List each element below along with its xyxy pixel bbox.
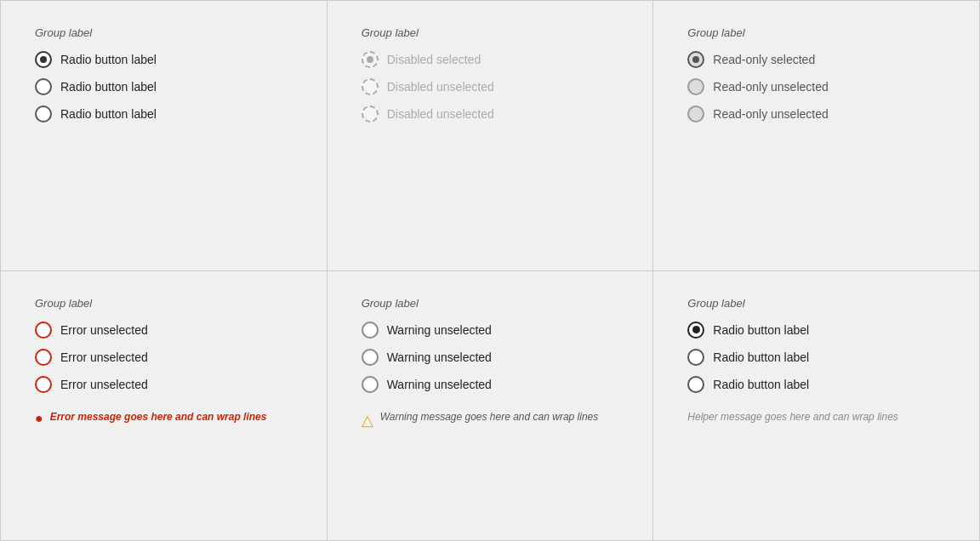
radio-item[interactable]: Radio button label — [687, 349, 945, 366]
radio-label: Radio button label — [60, 80, 157, 94]
radio-item-warning[interactable]: Warning unselected — [362, 349, 619, 366]
warning-message-text: Warning message goes here and can wrap l… — [380, 410, 599, 424]
cell-warning: Group label Warning unselected Warning u… — [328, 271, 654, 542]
radio-item-warning[interactable]: Warning unselected — [362, 376, 619, 393]
group-label-3: Group label — [687, 26, 945, 39]
radio-item[interactable]: Radio button label — [35, 51, 293, 68]
radio-normal-unselected-icon[interactable] — [687, 349, 704, 366]
radio-error-unselected-icon[interactable] — [35, 376, 52, 393]
radio-label: Radio button label — [60, 53, 157, 66]
radio-label-warning: Warning unselected — [387, 350, 492, 364]
radio-readonly-selected-icon — [687, 51, 704, 68]
radio-item[interactable]: Radio button label — [687, 322, 945, 339]
radio-normal-unselected-icon[interactable] — [687, 376, 704, 393]
warning-message-row: △ Warning message goes here and can wrap… — [362, 410, 619, 430]
radio-item-readonly: Read-only selected — [687, 51, 945, 68]
radio-item-error[interactable]: Error unselected — [35, 349, 293, 366]
radio-item-error[interactable]: Error unselected — [35, 322, 293, 339]
radio-item[interactable]: Radio button label — [35, 78, 293, 95]
radio-disabled-selected-icon — [362, 51, 379, 68]
radio-readonly-unselected-icon — [687, 78, 704, 95]
radio-label: Radio button label — [713, 378, 809, 391]
cell-error: Group label Error unselected Error unsel… — [1, 271, 328, 542]
radio-warning-unselected-icon[interactable] — [362, 376, 379, 393]
radio-label-warning: Warning unselected — [387, 378, 492, 391]
radio-normal-unselected-icon[interactable] — [35, 78, 52, 95]
radio-error-unselected-icon[interactable] — [35, 322, 52, 339]
helper-message-text: Helper message goes here and can wrap li… — [687, 410, 897, 424]
cell-readonly: Group label Read-only selected Read-only… — [653, 1, 980, 271]
radio-label: Radio button label — [713, 350, 809, 364]
radio-item-warning[interactable]: Warning unselected — [362, 322, 619, 339]
cell-normal: Group label Radio button label Radio but… — [1, 1, 328, 271]
radio-item-disabled: Disabled unselected — [362, 78, 619, 95]
radio-item[interactable]: Radio button label — [687, 376, 945, 393]
helper-message-row: Helper message goes here and can wrap li… — [687, 410, 945, 424]
radio-label-error: Error unselected — [60, 323, 148, 337]
radio-item-readonly: Read-only unselected — [687, 78, 945, 95]
radio-disabled-unselected-icon — [362, 105, 379, 122]
radio-normal-selected-dark-icon[interactable] — [687, 322, 704, 339]
group-label-5: Group label — [362, 297, 619, 310]
radio-label-disabled: Disabled unselected — [387, 107, 494, 121]
group-label-1: Group label — [35, 26, 293, 39]
group-label-4: Group label — [35, 297, 293, 310]
radio-warning-unselected-icon[interactable] — [362, 322, 379, 339]
group-label-2: Group label — [362, 26, 619, 39]
cell-disabled: Group label Disabled selected Disabled u… — [328, 1, 654, 271]
radio-readonly-unselected-icon — [687, 105, 704, 122]
error-message-text: Error message goes here and can wrap lin… — [50, 410, 267, 424]
radio-label-readonly: Read-only unselected — [713, 80, 828, 94]
radio-warning-unselected-icon[interactable] — [362, 349, 379, 366]
radio-error-unselected-icon[interactable] — [35, 349, 52, 366]
error-message-row: ● Error message goes here and can wrap l… — [35, 410, 293, 426]
radio-item[interactable]: Radio button label — [35, 105, 293, 122]
group-label-6: Group label — [687, 297, 945, 310]
radio-item-readonly: Read-only unselected — [687, 105, 945, 122]
radio-item-disabled: Disabled unselected — [362, 105, 619, 122]
radio-label-disabled: Disabled unselected — [387, 80, 494, 94]
radio-label: Radio button label — [60, 107, 157, 121]
radio-label-warning: Warning unselected — [387, 323, 492, 337]
radio-label-readonly: Read-only unselected — [713, 107, 828, 121]
radio-label-error: Error unselected — [60, 378, 148, 391]
radio-normal-selected-icon[interactable] — [35, 51, 52, 68]
radio-disabled-unselected-icon — [362, 78, 379, 95]
radio-item-error[interactable]: Error unselected — [35, 376, 293, 393]
radio-group-grid: Group label Radio button label Radio but… — [0, 0, 980, 541]
warning-icon: △ — [362, 411, 373, 430]
error-icon: ● — [35, 411, 43, 426]
cell-helper: Group label Radio button label Radio but… — [653, 271, 980, 542]
radio-label-disabled: Disabled selected — [387, 53, 481, 66]
radio-label: Radio button label — [713, 323, 809, 337]
radio-item-disabled: Disabled selected — [362, 51, 619, 68]
radio-label-error: Error unselected — [60, 350, 148, 364]
radio-normal-unselected-icon[interactable] — [35, 105, 52, 122]
radio-label-readonly: Read-only selected — [713, 53, 815, 66]
